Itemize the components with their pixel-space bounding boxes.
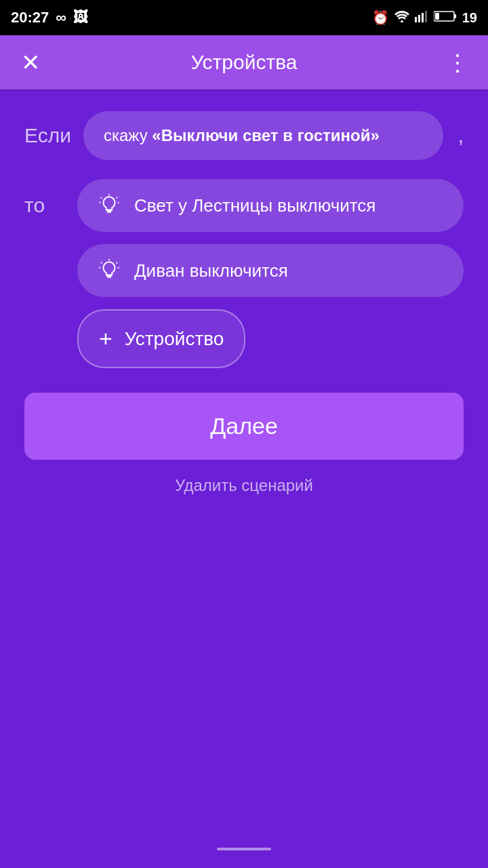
- wifi-icon: [394, 10, 409, 26]
- svg-rect-15: [106, 275, 113, 276]
- action-item-0[interactable]: Свет у Лестницы выключится: [77, 179, 464, 232]
- svg-rect-2: [418, 15, 420, 22]
- svg-rect-8: [106, 210, 113, 211]
- svg-rect-1: [415, 17, 417, 22]
- svg-line-11: [101, 197, 102, 199]
- condition-trigger-text: скажу «Выключи свет в гостиной»: [104, 126, 380, 145]
- svg-rect-3: [422, 13, 424, 22]
- signal-icon: [415, 10, 428, 26]
- delete-scenario-button[interactable]: Удалить сценарий: [24, 476, 464, 495]
- action-label-1: Диван выключится: [134, 260, 288, 281]
- action-item-1[interactable]: Диван выключится: [77, 244, 464, 297]
- image-icon: 🖼: [73, 9, 88, 26]
- next-button[interactable]: Далее: [24, 393, 464, 460]
- plus-icon: +: [99, 326, 113, 352]
- svg-rect-9: [107, 212, 111, 213]
- add-device-label: Устройство: [125, 328, 224, 350]
- condition-comma: ,: [458, 124, 464, 147]
- more-menu-button[interactable]: ⋮: [441, 49, 474, 76]
- then-actions: Свет у Лестницы выключится: [77, 179, 464, 368]
- svg-rect-6: [454, 14, 456, 18]
- svg-rect-7: [435, 13, 439, 20]
- svg-point-0: [401, 20, 403, 22]
- bulb-icon-0: [98, 194, 121, 217]
- then-label: то: [24, 179, 65, 217]
- status-bar: 20:27 ∞ 🖼 ⏰: [0, 0, 488, 35]
- page-title: Устройства: [47, 51, 441, 74]
- svg-line-12: [117, 197, 118, 199]
- condition-row: Если скажу «Выключи свет в гостиной» ,: [24, 111, 464, 160]
- svg-rect-4: [425, 11, 427, 22]
- main-content: Если скажу «Выключи свет в гостиной» , т…: [0, 91, 488, 509]
- battery-percent: 19: [462, 10, 477, 26]
- home-indicator: [217, 848, 271, 850]
- if-label: Если: [24, 124, 71, 147]
- add-device-button[interactable]: + Устройство: [77, 309, 245, 368]
- svg-line-19: [117, 262, 118, 264]
- infinity-icon: ∞: [56, 9, 66, 26]
- bulb-icon-1: [98, 259, 121, 282]
- top-bar: ✕ Устройства ⋮: [0, 35, 488, 90]
- svg-rect-16: [107, 277, 111, 278]
- bottom-nav: [0, 830, 488, 868]
- battery-icon: [434, 10, 457, 26]
- condition-trigger-pill[interactable]: скажу «Выключи свет в гостиной»: [83, 111, 443, 160]
- then-row: то Свет у Лестницы выключитс: [24, 179, 464, 368]
- alarm-icon: ⏰: [372, 9, 389, 26]
- status-left: 20:27 ∞ 🖼: [11, 9, 88, 26]
- status-time: 20:27: [11, 9, 49, 26]
- svg-line-18: [101, 262, 102, 264]
- action-label-0: Свет у Лестницы выключится: [134, 195, 375, 216]
- close-button[interactable]: ✕: [14, 49, 47, 76]
- status-right: ⏰ 19: [372, 9, 477, 26]
